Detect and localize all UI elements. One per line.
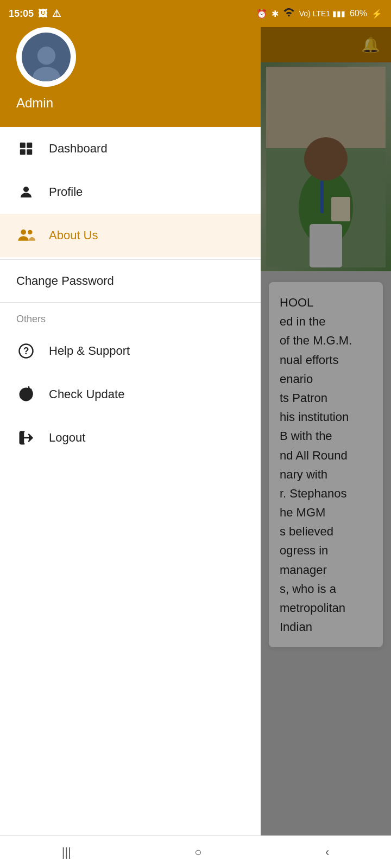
check-update-label: Check Update <box>49 387 124 401</box>
status-bar-right: ⏰ ✱ Vo) LTE1 ▮▮▮ 60% ⚡ <box>256 8 382 19</box>
divider-2 <box>0 302 261 303</box>
person-icon <box>16 182 36 202</box>
drawer-menu: Dashboard Profile About Us <box>0 127 261 835</box>
bottom-nav: ||| ○ ‹ <box>0 835 391 868</box>
update-icon <box>16 385 36 404</box>
bluetooth-icon: ✱ <box>272 9 279 19</box>
sidebar-item-help-support[interactable]: ? Help & Support <box>0 329 261 373</box>
help-icon: ? <box>16 341 36 361</box>
others-section-label: Others <box>0 305 261 329</box>
svg-rect-10 <box>20 143 26 148</box>
logout-icon <box>16 428 36 448</box>
svg-text:?: ? <box>23 346 29 356</box>
status-bar: 15:05 🖼 ⚠ ⏰ ✱ Vo) LTE1 ▮▮▮ 60% ⚡ <box>0 0 391 27</box>
battery-icon: ⚡ <box>371 9 382 19</box>
svg-point-14 <box>23 187 29 192</box>
time: 15:05 <box>9 8 34 20</box>
wifi-icon <box>283 8 295 19</box>
about-us-label: About Us <box>49 228 98 242</box>
sidebar-item-dashboard[interactable]: Dashboard <box>0 127 261 170</box>
svg-point-15 <box>21 229 26 235</box>
recent-apps-button[interactable]: ||| <box>46 840 87 865</box>
alarm-icon: ⏰ <box>256 9 267 19</box>
sidebar-item-profile[interactable]: Profile <box>0 170 261 214</box>
home-button[interactable]: ○ <box>178 840 218 865</box>
sidebar-item-check-update[interactable]: Check Update <box>0 373 261 416</box>
status-bar-left: 15:05 🖼 ⚠ <box>9 8 61 20</box>
signal-icon: Vo) LTE1 ▮▮▮ <box>299 9 345 18</box>
sidebar-item-about-us[interactable]: About Us <box>0 214 261 257</box>
grid-icon <box>16 139 36 158</box>
sidebar-item-logout[interactable]: Logout <box>0 416 261 459</box>
sidebar-item-change-password[interactable]: Change Password <box>0 262 261 300</box>
people-icon <box>16 226 36 245</box>
svg-rect-11 <box>27 143 32 148</box>
dashboard-label: Dashboard <box>49 142 108 156</box>
photo-icon: 🖼 <box>38 8 48 20</box>
svg-point-16 <box>28 230 33 235</box>
back-button[interactable]: ‹ <box>309 840 345 865</box>
help-support-label: Help & Support <box>49 344 130 358</box>
svg-rect-12 <box>20 149 26 155</box>
change-password-label: Change Password <box>16 274 114 288</box>
battery-text: 60% <box>350 9 367 18</box>
logout-label: Logout <box>49 431 85 445</box>
divider-1 <box>0 259 261 260</box>
svg-point-8 <box>37 47 55 65</box>
avatar-inner <box>22 33 71 81</box>
drawer-username: Admin <box>16 95 244 111</box>
alert-icon: ⚠ <box>52 8 61 20</box>
profile-label: Profile <box>49 185 83 199</box>
svg-rect-13 <box>27 149 32 155</box>
navigation-drawer: Admin Dashboard Profi <box>0 0 261 835</box>
drawer-overlay[interactable] <box>261 0 391 868</box>
avatar <box>16 27 76 87</box>
